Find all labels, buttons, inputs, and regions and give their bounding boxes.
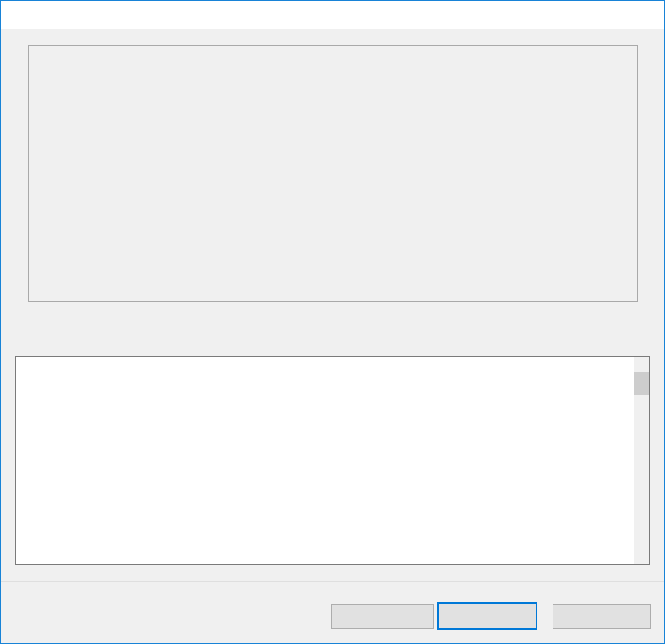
scatter-plot [29,46,637,301]
chart-panel [28,45,638,302]
cancel-button[interactable] [553,604,651,629]
results-table[interactable] [15,356,650,565]
scroll-down-button[interactable] [634,549,649,564]
footer-divider [1,581,665,582]
scroll-up-button[interactable] [634,357,649,372]
close-button[interactable] [623,1,664,29]
title-bar [1,1,664,29]
finish-button[interactable] [437,602,537,630]
dialog-cross-validation [0,0,665,644]
table-header-row [16,357,649,379]
table-scrollbar[interactable] [634,357,649,564]
back-button[interactable] [331,604,434,629]
scrollbar-thumb[interactable] [634,372,649,395]
